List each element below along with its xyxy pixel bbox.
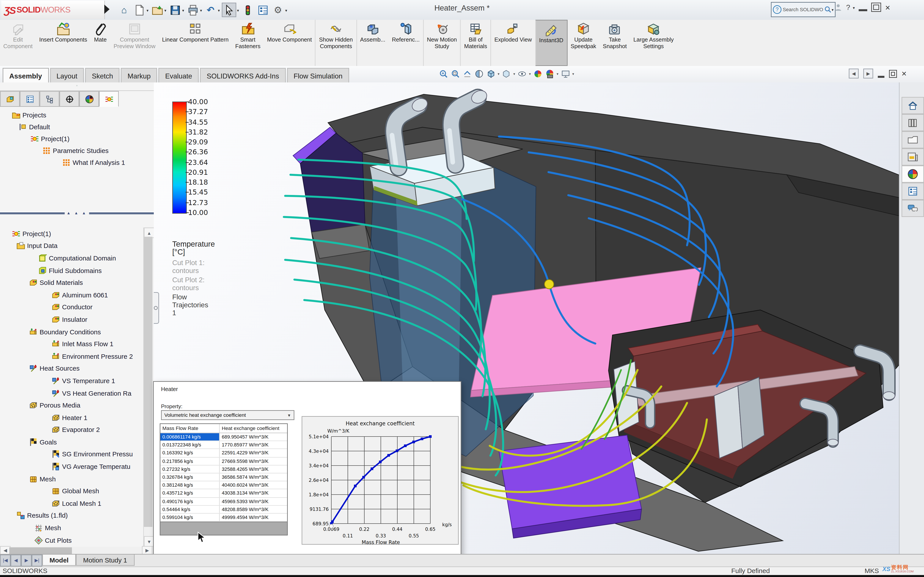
coefficient-cell[interactable]: 27669.5598 W/m^3/K [220,458,287,465]
table-row[interactable]: 0.435712 kg/s 43038.3134 W/m^3/K [160,490,287,498]
restore-button[interactable] [871,3,881,12]
tree-item[interactable]: Mesh [0,522,142,534]
tree-item[interactable]: Goals [0,436,142,448]
mass-flow-cell[interactable]: 0.217856 kg/s [160,458,220,465]
scroll-down-icon[interactable]: ▼ [144,536,154,547]
tree-item[interactable]: Projects [0,109,152,121]
ribbon-command-button[interactable]: Instant3D ▾ [535,20,567,66]
tree-horizontal-scrollbar[interactable]: ◀ ▶ [0,547,152,554]
property-dropdown[interactable]: Volumetric heat exchange coefficient ▼ [161,410,294,420]
mass-flow-cell[interactable]: 0.54464 kg/s [160,506,220,513]
ribbon-command-button[interactable]: Linear Component Pattern ▾ [159,20,232,66]
mass-flow-cell[interactable]: 0.163392 kg/s [160,449,220,457]
mass-flow-cell[interactable]: 0.599104 kg/s [160,514,220,521]
table-row[interactable]: 0.006861174 kg/s 689.950457 W/m^3/K [160,433,287,442]
table-row[interactable]: 0.490176 kg/s 45969.5393 W/m^3/K [160,498,287,506]
custom-properties-icon[interactable] [901,183,924,200]
command-tab[interactable]: Evaluate [158,68,199,82]
scrollbar-thumb[interactable] [9,547,72,554]
coefficient-cell[interactable]: 45969.5393 W/m^3/K [220,498,287,505]
mass-flow-cell[interactable]: 0.490176 kg/s [160,498,220,505]
table-row[interactable]: 0.54464 kg/s 48208.8589 W/m^3/K [160,506,287,514]
table-row[interactable]: 0.27232 kg/s 32588.4265 W/m^3/K [160,465,287,474]
apply-scene-caret[interactable]: ▾ [557,72,558,76]
table-row[interactable]: 0.326784 kg/s 36586.5874 W/m^3/K [160,474,287,482]
next-document-icon[interactable]: ▶ [863,69,873,79]
help-caret[interactable]: ▾ [853,5,855,10]
feature-manager-tab[interactable] [79,91,99,107]
coefficient-cell[interactable]: 1770.85977 W/m^3/K [220,442,287,449]
mass-flow-cell[interactable]: 0.006861174 kg/s [160,433,220,441]
feature-manager-tab[interactable] [60,91,79,107]
hide-show-caret[interactable]: ▾ [529,72,531,76]
home-tab-icon[interactable] [901,97,924,114]
coefficient-cell[interactable]: 48208.8589 W/m^3/K [220,506,287,513]
command-tab[interactable]: Flow Simulation [287,68,349,82]
mass-flow-cell[interactable]: 0.435712 kg/s [160,490,220,497]
ribbon-command-button[interactable]: Edit Component ▾ [0,20,36,66]
user-account-icon[interactable] [834,3,842,11]
scrollbar-thumb[interactable] [144,237,152,527]
doc-restore-button[interactable] [889,70,897,77]
model-tab[interactable]: Model [42,554,76,566]
tree-item[interactable]: What If Analysis 1 [0,156,152,168]
display-style-caret[interactable]: ▾ [513,72,515,76]
tree-item[interactable]: Mesh [0,473,142,485]
tree-item[interactable]: VS Heat Generation Ra [0,387,142,399]
coefficient-cell[interactable]: 689.950457 W/m^3/K [220,433,287,441]
tree-item[interactable]: VG Average Temperatu [0,461,142,473]
tree-item[interactable]: Parametric Studies [0,144,152,156]
tree-item[interactable]: Project(1) [0,132,152,144]
tree-item[interactable]: Heater 1 [0,411,142,424]
ribbon-command-button[interactable]: Large Assembly Settings ▾ [630,20,677,66]
tree-item[interactable]: Default [0,121,152,132]
apply-scene-icon[interactable] [545,69,555,79]
panel-grip[interactable]: ◦ [0,82,154,91]
ribbon-command-button[interactable]: Bill of Materials ▾ [460,20,491,66]
tree-item[interactable]: Environment Pressure 2 [0,350,142,363]
tree-item[interactable]: Fluid Subdomains [0,264,142,277]
feature-manager-tab[interactable] [40,91,60,107]
section-view-icon[interactable] [474,69,484,79]
tree-item[interactable]: Global Mesh [0,485,142,497]
panel-splitter[interactable]: ▲ ▲ ▲ [0,210,154,216]
tree-item[interactable]: Inlet Mass Flow 1 [0,338,142,350]
tree-item[interactable]: Input Data [0,240,142,252]
mass-flow-cell[interactable]: 0.27232 kg/s [160,465,220,473]
status-units[interactable]: MKS [864,567,879,574]
command-tab[interactable]: Sketch [85,68,120,82]
table-row[interactable]: 0.599104 kg/s 49999.4594 W/m^3/K [160,514,287,522]
scroll-up-icon[interactable]: ▲ [144,227,154,238]
ribbon-command-button[interactable]: Smart Fasteners ▾ [232,20,264,66]
model-tab[interactable]: Motion Study 1 [76,554,134,566]
tree-item[interactable]: Local Mesh 1 [0,497,142,509]
search-scope-caret[interactable]: ▾ [832,7,834,12]
plot-label[interactable]: Cut Plot 2: contours [172,276,208,292]
view-settings-caret[interactable]: ▾ [572,72,574,76]
ribbon-command-button[interactable]: Assemb... ▾ [356,20,389,66]
trajectory-marker-ball[interactable] [544,280,554,289]
table-row[interactable]: 0.381248 kg/s 40400.6024 W/m^3/K [160,481,287,490]
tree-item[interactable]: Computational Domain [0,252,142,264]
view-orientation-icon[interactable] [486,69,496,79]
first-tab-icon[interactable]: |◀ [0,554,11,566]
coefficient-cell[interactable]: 32588.4265 W/m^3/K [220,465,287,473]
command-tab[interactable]: Assembly [3,68,48,82]
view-orientation-caret[interactable]: ▾ [498,72,499,76]
view-settings-icon[interactable] [561,69,570,79]
feature-manager-tab[interactable] [0,91,20,107]
ribbon-command-button[interactable]: Take Snapshot ▾ [599,20,630,66]
last-tab-icon[interactable]: ▶| [32,554,42,566]
ribbon-command-button[interactable]: Referenc... ▾ [389,20,423,66]
tree-item[interactable]: Project(1) [0,227,142,240]
search-input[interactable]: Search SOLIDWORKS Help [783,6,823,13]
forum-icon[interactable] [901,200,924,217]
table-row[interactable]: 0.163392 kg/s 22591.4229 W/m^3/K [160,449,287,458]
command-tab[interactable]: SOLIDWORKS Add-Ins [200,68,286,82]
dropdown-caret-icon[interactable]: ▼ [287,413,291,417]
previous-view-icon[interactable] [462,69,472,79]
minimize-button[interactable] [859,3,867,11]
search-magnifier-icon[interactable] [824,6,832,13]
tree-item[interactable]: Heat Sources [0,363,142,375]
command-tab[interactable]: Markup [121,68,157,82]
